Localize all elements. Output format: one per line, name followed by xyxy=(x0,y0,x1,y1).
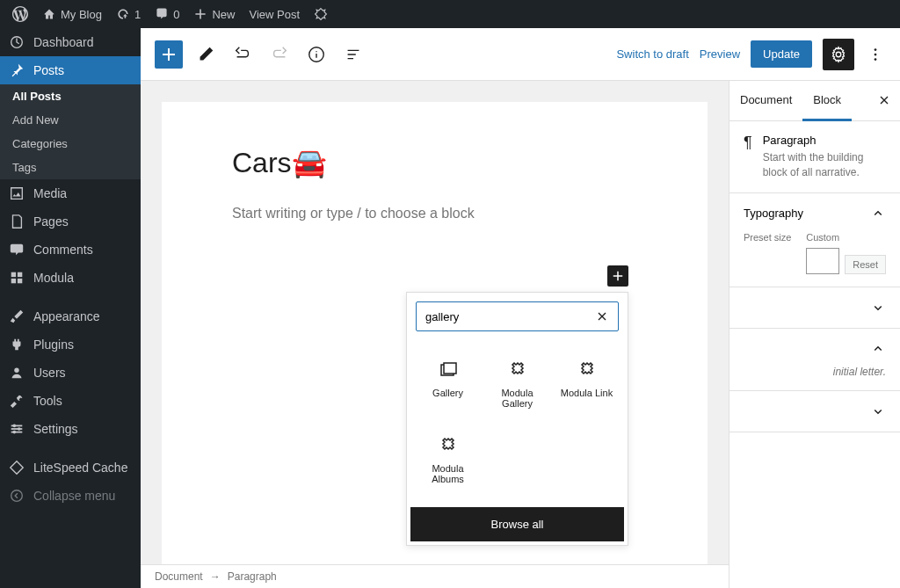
block-option-modula-gallery[interactable]: Modula Gallery xyxy=(485,349,549,419)
custom-size-input[interactable] xyxy=(806,248,839,274)
block-option-modula-albums[interactable]: Modula Albums xyxy=(416,425,480,495)
sidebar-label: Pages xyxy=(33,214,69,229)
sidebar-item-pages[interactable]: Pages xyxy=(0,207,141,236)
brush-icon xyxy=(9,309,26,324)
breadcrumb-paragraph[interactable]: Paragraph xyxy=(228,570,277,583)
switch-to-draft-button[interactable]: Switch to draft xyxy=(616,47,688,61)
new-link[interactable]: New xyxy=(188,7,240,21)
view-post-link[interactable]: View Post xyxy=(243,8,305,21)
paragraph-icon: ¶ xyxy=(744,134,752,152)
browse-all-button[interactable]: Browse all xyxy=(410,507,624,541)
block-option-label: Gallery xyxy=(432,388,463,398)
typography-section-toggle[interactable]: Typography xyxy=(744,206,886,221)
preview-button[interactable]: Preview xyxy=(700,47,740,61)
panel-section-toggle-2[interactable] xyxy=(744,300,886,316)
submenu-tags[interactable]: Tags xyxy=(0,156,141,179)
redo-button[interactable] xyxy=(265,40,294,69)
svg-point-9 xyxy=(13,425,17,428)
initial-letter-hint: initial letter. xyxy=(744,366,886,378)
submenu-add-new[interactable]: Add New xyxy=(0,108,141,132)
modula-gallery-icon xyxy=(507,359,528,381)
svg-point-15 xyxy=(875,48,877,51)
close-panel-button[interactable] xyxy=(877,93,891,107)
litespeed-icon xyxy=(9,460,26,475)
block-option-gallery[interactable]: Gallery xyxy=(416,349,480,419)
update-button[interactable]: Update xyxy=(751,40,812,68)
sidebar-item-plugins[interactable]: Plugins xyxy=(0,330,141,359)
settings-icon xyxy=(9,421,26,437)
tab-block[interactable]: Block xyxy=(802,81,852,121)
comments-icon xyxy=(9,242,26,258)
tab-document[interactable]: Document xyxy=(729,81,802,120)
edit-mode-button[interactable] xyxy=(192,40,220,69)
sidebar-item-tools[interactable]: Tools xyxy=(0,387,141,415)
sidebar-item-users[interactable]: Users xyxy=(0,359,141,387)
settings-panel: Document Block ¶ Paragraph Start with th… xyxy=(729,81,900,588)
svg-point-10 xyxy=(18,427,21,431)
settings-toggle-button[interactable] xyxy=(823,39,854,70)
more-options-button[interactable] xyxy=(865,39,886,70)
plugin-icon xyxy=(9,337,26,352)
inline-add-block-button[interactable] xyxy=(607,265,628,287)
updates-count: 1 xyxy=(134,8,141,21)
block-search-input[interactable] xyxy=(425,310,595,323)
comments-count: 0 xyxy=(173,8,179,21)
block-placeholder[interactable]: Start writing or type / to choose a bloc… xyxy=(232,206,637,221)
sidebar-label: Media xyxy=(33,186,67,200)
posts-submenu: All Posts Add New Categories Tags xyxy=(0,84,141,179)
custom-label: Custom xyxy=(806,232,839,243)
svg-point-17 xyxy=(875,58,877,61)
sidebar-item-modula[interactable]: Modula xyxy=(0,264,141,292)
reset-button[interactable]: Reset xyxy=(845,255,886,274)
block-title: Paragraph xyxy=(763,134,886,147)
svg-rect-2 xyxy=(18,272,22,277)
sidebar-item-appearance[interactable]: Appearance xyxy=(0,302,141,330)
submenu-categories[interactable]: Categories xyxy=(0,132,141,156)
modula-adminbar[interactable] xyxy=(308,7,333,21)
sidebar-collapse[interactable]: Collapse menu xyxy=(0,482,141,510)
site-name-label: My Blog xyxy=(61,8,102,21)
outline-button[interactable] xyxy=(339,40,367,69)
sidebar-label: Modula xyxy=(33,271,74,285)
sidebar-label: Collapse menu xyxy=(33,489,115,503)
chevron-up-icon xyxy=(870,341,886,357)
sidebar-label: LiteSpeed Cache xyxy=(33,461,127,475)
gallery-icon xyxy=(438,359,459,381)
pages-icon xyxy=(9,214,26,229)
sidebar-label: Users xyxy=(33,366,66,380)
breadcrumb-document[interactable]: Document xyxy=(155,570,203,583)
sidebar-label: Posts xyxy=(33,63,64,77)
comments-link[interactable]: 0 xyxy=(149,7,185,21)
block-inserter-popover: Gallery Modula Gallery Modula Link xyxy=(406,292,628,546)
block-option-modula-link[interactable]: Modula Link xyxy=(555,349,619,419)
sidebar-item-comments[interactable]: Comments xyxy=(0,236,141,264)
plus-icon xyxy=(193,7,207,21)
clear-search-button[interactable] xyxy=(595,309,609,323)
wordpress-icon xyxy=(12,6,28,22)
sidebar-label: Tools xyxy=(33,394,62,408)
block-description: Start with the building block of all nar… xyxy=(763,150,886,180)
submenu-all-posts[interactable]: All Posts xyxy=(0,84,141,108)
wp-logo[interactable] xyxy=(7,6,33,22)
details-button[interactable] xyxy=(302,40,330,69)
sidebar-item-media[interactable]: Media xyxy=(0,179,141,207)
site-name-link[interactable]: My Blog xyxy=(37,7,107,21)
modula-link-icon xyxy=(577,359,598,381)
sidebar-label: Dashboard xyxy=(33,35,94,49)
undo-button[interactable] xyxy=(229,40,257,69)
svg-point-14 xyxy=(836,52,841,57)
view-post-label: View Post xyxy=(249,8,300,21)
sidebar-item-dashboard[interactable]: Dashboard xyxy=(0,28,141,56)
sidebar-item-settings[interactable]: Settings xyxy=(0,415,141,443)
sidebar-item-litespeed[interactable]: LiteSpeed Cache xyxy=(0,454,141,482)
panel-section-toggle-3[interactable] xyxy=(744,341,886,357)
modula-icon xyxy=(9,270,26,286)
panel-section-toggle-4[interactable] xyxy=(744,403,886,419)
sidebar-item-posts[interactable]: Posts xyxy=(0,56,141,84)
add-block-button[interactable] xyxy=(155,40,183,69)
preset-size-label: Preset size xyxy=(744,232,795,243)
post-title[interactable]: Cars🚘 xyxy=(232,146,637,179)
breadcrumb: Document → Paragraph xyxy=(141,564,729,588)
modula-albums-icon xyxy=(438,435,459,456)
updates-link[interactable]: 1 xyxy=(111,7,146,21)
